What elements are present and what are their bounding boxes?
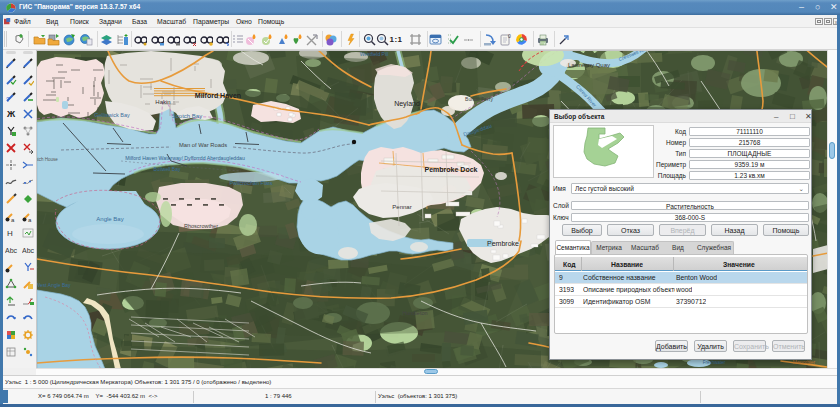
svg-text:Pembroke: Pembroke (487, 240, 519, 247)
svg-text:Pembroke Dock: Pembroke Dock (425, 166, 478, 173)
svg-text:Bullwell Bay: Bullwell Bay (154, 166, 181, 172)
svg-text:West Angle Bay: West Angle Bay (37, 282, 71, 288)
svg-text:a: a (11, 217, 15, 222)
svg-text:Watch House: Watch House (37, 157, 58, 162)
svg-text:Hakin: Hakin (155, 99, 170, 105)
svg-text:Scotch Bay: Scotch Bay (172, 113, 202, 119)
svg-text:H: H (7, 229, 13, 238)
svg-text:Milford Haven: Milford Haven (195, 92, 241, 99)
svg-text:Man of War Roads: Man of War Roads (179, 142, 227, 148)
svg-text:Rhoscrowther: Rhoscrowther (184, 223, 218, 229)
svg-text:Ж: Ж (6, 109, 16, 119)
svg-text:Angle Bay: Angle Bay (96, 216, 123, 222)
svg-text:Hundleton: Hundleton (402, 310, 427, 316)
svg-text:?: ? (6, 96, 10, 103)
svg-text:Westfield Pill: Westfield Pill (360, 51, 389, 57)
svg-text:Neyland: Neyland (394, 100, 420, 108)
svg-text:Gelliswick Bay: Gelliswick Bay (94, 112, 130, 118)
svg-text:Abc: Abc (22, 247, 35, 254)
svg-text:Freshwater: Freshwater (703, 360, 726, 365)
svg-text:Pwllcrochan Flats: Pwllcrochan Flats (229, 180, 272, 186)
svg-text:Milford Haven Waterway/ Dyffor: Milford Haven Waterway/ Dyfforrdd Aberda… (125, 155, 245, 161)
svg-text:Lawrenny Quay: Lawrenny Quay (568, 62, 610, 68)
svg-text:Burton Ferry: Burton Ferry (465, 96, 493, 102)
svg-text:Pennar: Pennar (392, 204, 411, 210)
svg-text:0: 0 (508, 33, 511, 39)
svg-text:а: а (28, 217, 32, 222)
svg-text:Abc: Abc (5, 247, 18, 254)
